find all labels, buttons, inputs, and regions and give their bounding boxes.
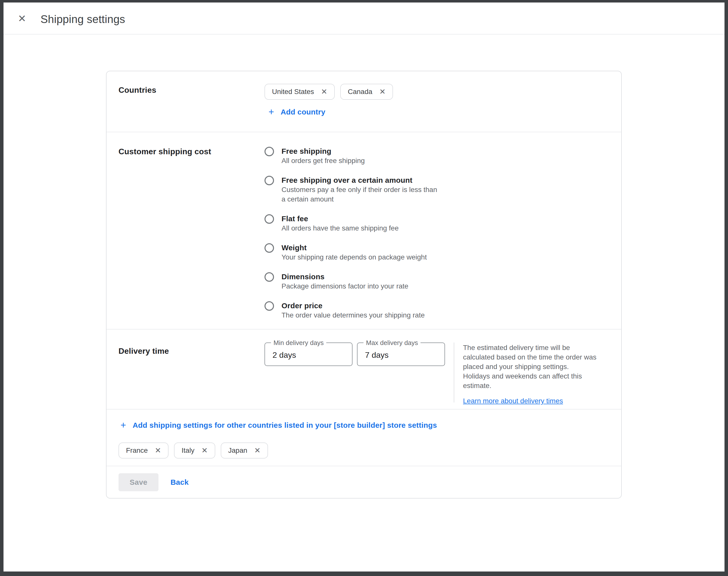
shipping-cost-options: Free shipping All orders get free shippi…: [264, 132, 609, 330]
screenshot-border-top: [0, 0, 728, 2]
countries-label: Countries: [118, 71, 264, 132]
country-chip[interactable]: United States ✕: [264, 84, 335, 100]
country-chip[interactable]: Japan ✕: [221, 442, 268, 459]
option-description: Customers pay a fee only if their order …: [282, 185, 441, 204]
vertical-divider: [454, 343, 454, 403]
plus-icon: +: [268, 107, 274, 116]
country-chip-label: United States: [272, 88, 314, 96]
countries-section: Countries United States ✕ Canada ✕: [107, 71, 621, 132]
shipping-cost-label: Customer shipping cost: [118, 132, 264, 330]
radio-button-icon[interactable]: [264, 176, 274, 185]
delivery-explainer: The estimated delivery time will be calc…: [463, 343, 603, 405]
dialog-header: ✕ Shipping settings: [0, 0, 728, 34]
other-countries-section: + Add shipping settings for other countr…: [107, 409, 621, 466]
option-label: Free shipping: [282, 146, 365, 156]
option-description: All orders have the same shipping fee: [282, 224, 399, 233]
screenshot-border-left: [0, 0, 3, 576]
option-label: Weight: [282, 243, 427, 253]
delivery-time-label: Delivery time: [118, 329, 264, 409]
country-chip-label: Italy: [181, 447, 194, 455]
option-description: All orders get free shipping: [282, 156, 365, 166]
shipping-cost-option[interactable]: Dimensions Package dimensions factor int…: [264, 272, 609, 291]
shipping-cost-section: Customer shipping cost Free shipping All…: [107, 132, 621, 329]
remove-country-icon[interactable]: ✕: [321, 88, 327, 95]
min-delivery-days-input[interactable]: [265, 343, 352, 366]
shipping-cost-option[interactable]: Flat fee All orders have the same shippi…: [264, 214, 609, 233]
add-country-button[interactable]: + Add country: [264, 105, 329, 119]
max-delivery-days-field[interactable]: Max delivery days: [357, 343, 445, 366]
other-countries-chip-row: France ✕ Italy ✕ Japan ✕: [118, 442, 609, 459]
country-chip-label: France: [126, 447, 148, 455]
option-label: Flat fee: [282, 214, 399, 224]
screenshot-border-bottom: [0, 572, 728, 576]
close-icon[interactable]: ✕: [15, 11, 29, 26]
radio-button-icon[interactable]: [264, 272, 274, 282]
page-title: Shipping settings: [40, 13, 125, 26]
max-delivery-days-input[interactable]: [357, 343, 444, 366]
shipping-cost-option[interactable]: Weight Your shipping rate depends on pac…: [264, 243, 609, 262]
delivery-explainer-text: The estimated delivery time will be calc…: [463, 343, 603, 391]
add-shipping-settings-label: Add shipping settings for other countrie…: [133, 421, 437, 430]
option-label: Order price: [282, 301, 425, 311]
country-chip-label: Canada: [348, 88, 372, 96]
save-button[interactable]: Save: [118, 473, 158, 491]
learn-more-link[interactable]: Learn more about delivery times: [463, 397, 563, 405]
country-chip[interactable]: Italy ✕: [174, 442, 215, 459]
shipping-cost-option[interactable]: Free shipping All orders get free shippi…: [264, 146, 609, 166]
shipping-cost-option[interactable]: Order price The order value determines y…: [264, 301, 609, 320]
country-chip[interactable]: Canada ✕: [340, 84, 393, 100]
remove-country-icon[interactable]: ✕: [379, 88, 385, 95]
radio-button-icon[interactable]: [264, 301, 274, 311]
option-description: The order value determines your shipping…: [282, 311, 425, 320]
delivery-time-content: Min delivery days Max delivery days The …: [264, 329, 609, 409]
option-description: Your shipping rate depends on package we…: [282, 253, 427, 262]
countries-content: United States ✕ Canada ✕ + Add country: [264, 71, 609, 132]
add-shipping-settings-button[interactable]: + Add shipping settings for other countr…: [116, 419, 441, 432]
radio-button-icon[interactable]: [264, 214, 274, 224]
radio-button-icon[interactable]: [264, 147, 274, 156]
remove-country-icon[interactable]: ✕: [202, 447, 208, 454]
option-label: Dimensions: [282, 272, 408, 282]
remove-country-icon[interactable]: ✕: [254, 447, 261, 454]
back-button[interactable]: Back: [167, 476, 192, 489]
radio-button-icon[interactable]: [264, 243, 274, 253]
country-chip-label: Japan: [228, 447, 247, 455]
countries-chip-row: United States ✕ Canada ✕: [264, 84, 609, 100]
country-chip[interactable]: France ✕: [118, 442, 169, 459]
option-description: Package dimensions factor into your rate: [282, 282, 408, 291]
min-delivery-days-field[interactable]: Min delivery days: [264, 343, 352, 366]
remove-country-icon[interactable]: ✕: [155, 447, 161, 454]
shipping-settings-card: Countries United States ✕ Canada ✕: [106, 71, 622, 498]
option-label: Free shipping over a certain amount: [282, 175, 441, 185]
screenshot-border-right: [725, 0, 728, 576]
add-country-label: Add country: [281, 108, 325, 116]
delivery-time-section: Delivery time Min delivery days Max deli…: [107, 329, 621, 409]
footer-actions: Save Back: [107, 466, 621, 498]
shipping-settings-dialog: ✕ Shipping settings Countries United Sta…: [0, 0, 728, 576]
shipping-cost-option[interactable]: Free shipping over a certain amount Cust…: [264, 175, 609, 204]
plus-icon: +: [120, 420, 126, 430]
